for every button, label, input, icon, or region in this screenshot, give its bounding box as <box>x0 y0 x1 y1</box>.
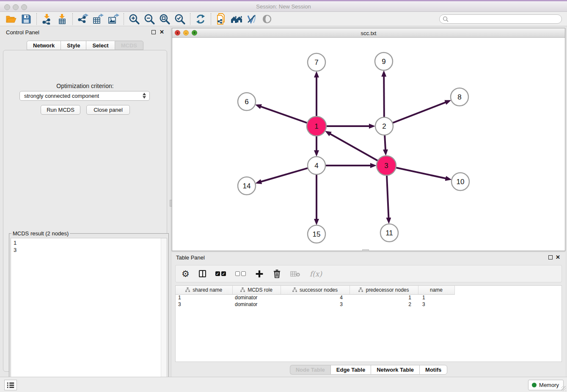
tab-style[interactable]: Style <box>61 41 86 50</box>
delete-column-button[interactable] <box>273 269 281 278</box>
graph-edge-3-10[interactable] <box>395 167 446 178</box>
window-title: Session: New Session <box>0 3 567 10</box>
graph-node-6[interactable]: 6 <box>238 93 256 110</box>
mcds-result-text[interactable]: 13 <box>11 238 167 392</box>
graph-edge-3-1[interactable] <box>330 134 378 161</box>
column-header-predecessor-nodes[interactable]: predecessor nodes <box>350 286 418 294</box>
node-label: 7 <box>314 58 318 66</box>
list-icon <box>6 381 15 389</box>
optimization-criterion-label: Optimization criterion: <box>3 83 167 89</box>
node-label: 1 <box>314 122 318 130</box>
graph-edge-2-8[interactable] <box>392 102 446 123</box>
columns-icon <box>199 270 206 277</box>
tab-select[interactable]: Select <box>86 41 114 50</box>
graph-edge-4-14[interactable] <box>261 168 309 182</box>
graph-node-9[interactable]: 9 <box>375 52 393 70</box>
graph-edge-3-11[interactable] <box>387 174 389 218</box>
graph-node-11[interactable]: 11 <box>380 224 398 242</box>
clone-network-icon <box>216 13 227 25</box>
graph-node-2[interactable]: 2 <box>375 117 393 135</box>
run-mcds-button[interactable]: Run MCDS <box>41 105 80 115</box>
column-header-MCDS-role[interactable]: MCDS role <box>232 286 281 294</box>
criterion-select[interactable]: strongly connected component <box>19 91 150 101</box>
select-all-button[interactable]: ✓✓ <box>215 271 226 276</box>
graph-node-10[interactable]: 10 <box>451 173 469 190</box>
unchecked-box-icon <box>241 271 246 276</box>
tab-motifs[interactable]: Motifs <box>419 365 447 375</box>
resize-grip[interactable] <box>561 386 566 391</box>
cell-MCDS-role[interactable]: dominator <box>232 301 281 308</box>
graph-node-3[interactable]: 3 <box>377 156 396 175</box>
close-panel-icon[interactable]: ✕ <box>160 30 164 35</box>
column-header-name[interactable]: name <box>418 286 454 294</box>
graph-edge-2-9[interactable] <box>384 76 384 118</box>
cell-predecessor-nodes[interactable]: 1 <box>350 294 418 301</box>
save-icon <box>21 14 32 25</box>
table-row[interactable]: 3dominator323 <box>176 301 561 308</box>
add-column-button[interactable] <box>255 270 264 278</box>
tab-network-table[interactable]: Network Table <box>371 365 419 375</box>
open-session-button[interactable] <box>3 13 19 25</box>
result-line: 3 <box>14 246 167 254</box>
column-header-successor-nodes[interactable]: successor nodes <box>281 286 350 294</box>
network-graph[interactable]: 7968124314101511 <box>172 38 565 251</box>
zoom-selected-button[interactable] <box>172 13 187 25</box>
zoom-in-button[interactable] <box>127 13 142 25</box>
hide-panel-button[interactable] <box>259 13 275 25</box>
result-scrollbar[interactable] <box>161 238 167 392</box>
export-network-button[interactable] <box>75 13 91 25</box>
export-table-button[interactable] <box>91 13 106 25</box>
node-label: 10 <box>457 178 465 186</box>
tab-edge-table[interactable]: Edge Table <box>330 365 371 375</box>
cell-name[interactable]: 1 <box>418 294 454 301</box>
tab-node-table[interactable]: Node Table <box>290 365 330 375</box>
table-toolbar: ⚙ ✓✓ f(x) <box>175 265 562 282</box>
toolbar-separator <box>211 13 211 25</box>
cell-predecessor-nodes[interactable]: 2 <box>350 301 418 308</box>
cell-successor-nodes[interactable]: 4 <box>281 294 350 301</box>
close-panel-icon[interactable]: ✕ <box>556 255 560 260</box>
column-header-shared-name[interactable]: shared name <box>176 286 232 294</box>
cell-successor-nodes[interactable]: 3 <box>281 301 350 308</box>
network-window-titlebar[interactable]: x - + scc.txt <box>172 28 565 38</box>
graph-node-7[interactable]: 7 <box>308 53 325 71</box>
zoom-fit-button[interactable] <box>157 13 172 25</box>
tab-network[interactable]: Network <box>27 41 61 50</box>
zoom-out-button[interactable] <box>142 13 157 25</box>
table-settings-gear-icon[interactable]: ⚙ <box>182 269 190 279</box>
graph-edge-2-3[interactable] <box>385 134 385 150</box>
show-columns-button[interactable] <box>199 270 206 277</box>
graph-edge-1-6[interactable] <box>261 107 308 123</box>
cell-shared-name[interactable]: 1 <box>176 294 232 301</box>
graph-node-14[interactable]: 14 <box>238 177 256 195</box>
graph-node-15[interactable]: 15 <box>308 225 325 243</box>
graph-node-8[interactable]: 8 <box>451 88 468 106</box>
graph-node-4[interactable]: 4 <box>308 157 325 174</box>
show-vizmapper-button[interactable] <box>244 13 259 25</box>
cell-name[interactable]: 3 <box>418 301 454 308</box>
search-input[interactable] <box>449 15 561 23</box>
import-table-button[interactable] <box>55 13 70 25</box>
node-label: 14 <box>243 182 251 190</box>
node-table[interactable]: shared nameMCDS rolesuccessor nodesprede… <box>175 285 562 362</box>
float-panel-icon[interactable] <box>548 255 553 259</box>
tab-mcds[interactable]: MCDS <box>115 41 143 50</box>
horizontal-splitter-handle[interactable] <box>362 249 369 251</box>
deselect-all-button[interactable] <box>235 271 246 276</box>
memory-button[interactable]: Memory <box>528 380 564 390</box>
clone-network-button[interactable] <box>214 13 229 25</box>
task-history-button[interactable] <box>4 380 17 390</box>
close-panel-button[interactable]: Close panel <box>86 105 130 115</box>
network-view-canvas[interactable]: 7968124314101511 <box>172 38 565 251</box>
cell-MCDS-role[interactable]: dominator <box>232 294 281 301</box>
export-image-button[interactable] <box>106 13 121 25</box>
graph-node-1[interactable]: 1 <box>307 116 326 136</box>
open-ndex-button[interactable] <box>229 13 244 25</box>
import-network-button[interactable] <box>39 13 55 25</box>
delete-table-button-disabled <box>290 271 300 277</box>
cell-shared-name[interactable]: 3 <box>176 301 232 308</box>
table-row[interactable]: 1dominator411 <box>176 294 561 301</box>
save-session-button[interactable] <box>19 13 34 25</box>
apply-layout-button[interactable] <box>193 13 208 25</box>
float-panel-icon[interactable] <box>151 30 156 34</box>
